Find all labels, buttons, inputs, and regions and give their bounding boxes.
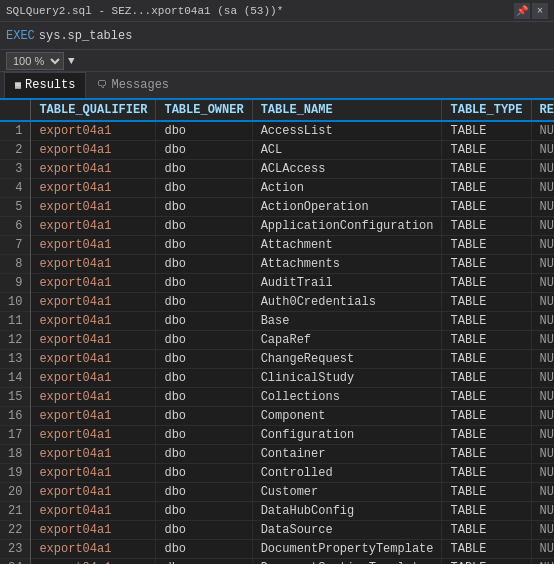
tab-results-label: Results (25, 78, 75, 92)
cell-tabletype: TABLE (442, 141, 531, 160)
cell-owner: dbo (156, 388, 252, 407)
cell-tablename: Attachment (252, 236, 442, 255)
cell-tablename: ActionOperation (252, 198, 442, 217)
tab-messages[interactable]: 🗨 Messages (86, 72, 180, 98)
cell-qualifier: export04a1 (31, 236, 156, 255)
tab-results[interactable]: ▦ Results (4, 72, 86, 98)
cell-remarks: NULL (531, 559, 554, 565)
cell-qualifier: export04a1 (31, 255, 156, 274)
cell-tablename: Collections (252, 388, 442, 407)
table-row[interactable]: 2export04a1dboACLTABLENULL (0, 141, 554, 160)
table-row[interactable]: 8export04a1dboAttachmentsTABLENULL (0, 255, 554, 274)
cell-qualifier: export04a1 (31, 388, 156, 407)
cell-tabletype: TABLE (442, 559, 531, 565)
cell-qualifier: export04a1 (31, 521, 156, 540)
cell-qualifier: export04a1 (31, 540, 156, 559)
cell-tablename: DocumentSectionTemplate (252, 559, 442, 565)
zoom-select[interactable]: 100 % 75 % 125 % 150 % (6, 52, 64, 70)
cell-qualifier: export04a1 (31, 274, 156, 293)
table-row[interactable]: 23export04a1dboDocumentPropertyTemplateT… (0, 540, 554, 559)
cell-qualifier: export04a1 (31, 141, 156, 160)
table-row[interactable]: 11export04a1dboBaseTABLENULL (0, 312, 554, 331)
cell-qualifier: export04a1 (31, 559, 156, 565)
cell-rownum: 17 (0, 426, 31, 445)
cell-rownum: 3 (0, 160, 31, 179)
cell-tabletype: TABLE (442, 179, 531, 198)
cell-tabletype: TABLE (442, 255, 531, 274)
cell-remarks: NULL (531, 141, 554, 160)
cell-tablename: Controlled (252, 464, 442, 483)
cell-tablename: Auth0Credentials (252, 293, 442, 312)
cell-rownum: 10 (0, 293, 31, 312)
cell-remarks: NULL (531, 236, 554, 255)
table-row[interactable]: 3export04a1dboACLAccessTABLENULL (0, 160, 554, 179)
table-row[interactable]: 1export04a1dboAccessListTABLENULL (0, 121, 554, 141)
table-row[interactable]: 4export04a1dboActionTABLENULL (0, 179, 554, 198)
cell-tabletype: TABLE (442, 217, 531, 236)
cell-tabletype: TABLE (442, 445, 531, 464)
table-row[interactable]: 18export04a1dboContainerTABLENULL (0, 445, 554, 464)
cell-tablename: ApplicationConfiguration (252, 217, 442, 236)
cell-rownum: 11 (0, 312, 31, 331)
table-row[interactable]: 12export04a1dboCapaRefTABLENULL (0, 331, 554, 350)
table-row[interactable]: 13export04a1dboChangeRequestTABLENULL (0, 350, 554, 369)
col-header-qualifier: TABLE_QUALIFIER (31, 100, 156, 121)
cell-remarks: NULL (531, 445, 554, 464)
cell-qualifier: export04a1 (31, 407, 156, 426)
cell-owner: dbo (156, 502, 252, 521)
cell-tabletype: TABLE (442, 312, 531, 331)
table-row[interactable]: 5export04a1dboActionOperationTABLENULL (0, 198, 554, 217)
title-bar-left: SQLQuery2.sql - SEZ...xport04a1 (sa (53)… (6, 5, 283, 17)
cell-qualifier: export04a1 (31, 502, 156, 521)
sp-name: sys.sp_tables (39, 29, 133, 43)
table-row[interactable]: 20export04a1dboCustomerTABLENULL (0, 483, 554, 502)
cell-tabletype: TABLE (442, 274, 531, 293)
cell-tablename: DocumentPropertyTemplate (252, 540, 442, 559)
table-row[interactable]: 24export04a1dboDocumentSectionTemplateTA… (0, 559, 554, 565)
close-button[interactable]: × (532, 3, 548, 19)
cell-qualifier: export04a1 (31, 464, 156, 483)
cell-owner: dbo (156, 559, 252, 565)
cell-tabletype: TABLE (442, 502, 531, 521)
table-header-row: TABLE_QUALIFIER TABLE_OWNER TABLE_NAME T… (0, 100, 554, 121)
cell-remarks: NULL (531, 331, 554, 350)
table-row[interactable]: 15export04a1dboCollectionsTABLENULL (0, 388, 554, 407)
col-header-type: TABLE_TYPE (442, 100, 531, 121)
cell-remarks: NULL (531, 350, 554, 369)
cell-owner: dbo (156, 369, 252, 388)
cell-remarks: NULL (531, 179, 554, 198)
results-area[interactable]: TABLE_QUALIFIER TABLE_OWNER TABLE_NAME T… (0, 100, 554, 564)
table-row[interactable]: 6export04a1dboApplicationConfigurationTA… (0, 217, 554, 236)
cell-owner: dbo (156, 483, 252, 502)
cell-tabletype: TABLE (442, 293, 531, 312)
cell-owner: dbo (156, 198, 252, 217)
table-row[interactable]: 10export04a1dboAuth0CredentialsTABLENULL (0, 293, 554, 312)
cell-owner: dbo (156, 217, 252, 236)
cell-remarks: NULL (531, 521, 554, 540)
messages-icon: 🗨 (97, 79, 107, 91)
cell-rownum: 16 (0, 407, 31, 426)
cell-qualifier: export04a1 (31, 217, 156, 236)
table-row[interactable]: 21export04a1dboDataHubConfigTABLENULL (0, 502, 554, 521)
pin-button[interactable]: 📌 (514, 3, 530, 19)
cell-rownum: 20 (0, 483, 31, 502)
table-row[interactable]: 7export04a1dboAttachmentTABLENULL (0, 236, 554, 255)
cell-remarks: NULL (531, 407, 554, 426)
cell-remarks: NULL (531, 293, 554, 312)
results-icon: ▦ (15, 79, 21, 91)
table-row[interactable]: 22export04a1dboDataSourceTABLENULL (0, 521, 554, 540)
cell-owner: dbo (156, 350, 252, 369)
table-row[interactable]: 19export04a1dboControlledTABLENULL (0, 464, 554, 483)
cell-rownum: 18 (0, 445, 31, 464)
cell-tabletype: TABLE (442, 464, 531, 483)
table-row[interactable]: 14export04a1dboClinicalStudyTABLENULL (0, 369, 554, 388)
cell-owner: dbo (156, 160, 252, 179)
cell-rownum: 2 (0, 141, 31, 160)
cell-tabletype: TABLE (442, 121, 531, 141)
cell-tablename: Attachments (252, 255, 442, 274)
table-row[interactable]: 17export04a1dboConfigurationTABLENULL (0, 426, 554, 445)
table-row[interactable]: 16export04a1dboComponentTABLENULL (0, 407, 554, 426)
cell-rownum: 23 (0, 540, 31, 559)
table-row[interactable]: 9export04a1dboAuditTrailTABLENULL (0, 274, 554, 293)
cell-tabletype: TABLE (442, 388, 531, 407)
